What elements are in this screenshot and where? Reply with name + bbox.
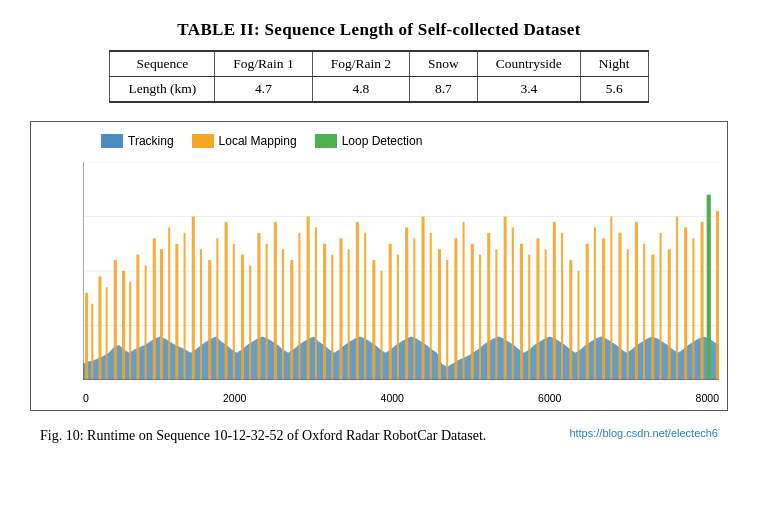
col-sequence: Sequence (110, 51, 215, 77)
svg-rect-31 (282, 249, 284, 380)
svg-rect-14 (145, 266, 147, 380)
svg-rect-23 (216, 238, 218, 380)
svg-rect-38 (339, 238, 342, 380)
chart-legend: Tracking Local Mapping Loop Detection (101, 134, 422, 148)
x-tick-0: 0 (83, 392, 89, 404)
svg-rect-6 (85, 293, 88, 380)
svg-rect-82 (701, 222, 704, 380)
svg-rect-44 (389, 244, 392, 380)
svg-rect-40 (356, 222, 359, 380)
svg-rect-36 (323, 244, 326, 380)
svg-rect-52 (454, 238, 457, 380)
svg-rect-79 (676, 217, 678, 381)
table-title: TABLE II: Sequence Length of Self-collec… (30, 20, 728, 40)
svg-rect-39 (348, 249, 350, 380)
svg-rect-47 (413, 238, 415, 380)
x-tick-2000: 2000 (223, 392, 246, 404)
table-section: TABLE II: Sequence Length of Self-collec… (30, 20, 728, 103)
svg-rect-53 (463, 222, 465, 380)
svg-rect-64 (553, 222, 556, 380)
svg-rect-72 (618, 233, 621, 380)
col-fog-rain-1: Fog/Rain 1 (215, 51, 312, 77)
table-row: Length (km) 4.7 4.8 8.7 3.4 5.6 (110, 77, 648, 103)
svg-rect-24 (225, 222, 228, 380)
svg-rect-22 (208, 260, 211, 380)
x-tick-6000: 6000 (538, 392, 561, 404)
legend-loop-detection-color (315, 134, 337, 148)
svg-rect-27 (249, 266, 251, 380)
svg-rect-10 (114, 260, 117, 380)
svg-rect-59 (512, 227, 514, 380)
svg-rect-62 (536, 238, 539, 380)
svg-rect-29 (266, 244, 268, 380)
svg-rect-75 (643, 244, 645, 380)
svg-rect-76 (651, 255, 654, 380)
svg-rect-8 (98, 276, 101, 380)
svg-rect-51 (446, 260, 448, 380)
svg-rect-70 (602, 238, 605, 380)
svg-rect-32 (290, 260, 293, 380)
col-fog-rain-2: Fog/Rain 2 (312, 51, 409, 77)
svg-rect-63 (545, 249, 547, 380)
legend-loop-detection-label: Loop Detection (342, 134, 423, 148)
svg-rect-66 (569, 260, 572, 380)
chart-section: milliseconds 0 50 100 150 200 Tracking L… (30, 121, 728, 411)
x-tick-8000: 8000 (696, 392, 719, 404)
svg-rect-45 (397, 255, 399, 380)
table-header-row: Sequence Fog/Rain 1 Fog/Rain 2 Snow Coun… (110, 51, 648, 77)
cell-night: 5.6 (580, 77, 648, 103)
svg-rect-84 (716, 211, 719, 380)
svg-rect-15 (153, 238, 156, 380)
svg-rect-50 (438, 249, 441, 380)
svg-rect-80 (684, 227, 687, 380)
chart-svg (83, 162, 719, 380)
cell-snow: 8.7 (410, 77, 478, 103)
svg-rect-34 (307, 217, 310, 381)
svg-rect-61 (528, 255, 530, 380)
legend-tracking-label: Tracking (128, 134, 174, 148)
col-night: Night (580, 51, 648, 77)
cell-countryside: 3.4 (477, 77, 580, 103)
svg-rect-67 (577, 271, 579, 380)
svg-rect-37 (331, 255, 333, 380)
cell-length-label: Length (km) (110, 77, 215, 103)
chart-container: Tracking Local Mapping Loop Detection (30, 121, 728, 411)
svg-rect-55 (479, 255, 481, 380)
col-countryside: Countryside (477, 51, 580, 77)
legend-local-mapping-label: Local Mapping (219, 134, 297, 148)
svg-rect-85 (707, 195, 711, 380)
svg-rect-48 (422, 217, 425, 381)
svg-rect-54 (471, 244, 474, 380)
svg-rect-42 (372, 260, 375, 380)
svg-rect-69 (594, 227, 596, 380)
fig-caption: https://blog.csdn.net/electech6 Fig. 10:… (30, 425, 728, 446)
svg-rect-60 (520, 244, 523, 380)
cell-fog-rain-2: 4.8 (312, 77, 409, 103)
svg-rect-41 (364, 233, 366, 380)
loop-detection-bars (707, 195, 711, 380)
svg-rect-35 (315, 227, 317, 380)
svg-rect-46 (405, 227, 408, 380)
data-table: Sequence Fog/Rain 1 Fog/Rain 2 Snow Coun… (109, 50, 648, 103)
svg-rect-7 (91, 304, 93, 380)
svg-rect-25 (233, 244, 235, 380)
watermark: https://blog.csdn.net/electech6 (569, 425, 718, 442)
svg-rect-30 (274, 222, 277, 380)
cell-fog-rain-1: 4.7 (215, 77, 312, 103)
svg-rect-18 (175, 244, 178, 380)
svg-rect-12 (129, 282, 131, 380)
svg-rect-77 (660, 233, 662, 380)
svg-rect-81 (692, 238, 694, 380)
x-axis-ticks: 0 2000 4000 6000 8000 (83, 392, 719, 404)
svg-rect-19 (184, 233, 186, 380)
svg-rect-17 (168, 227, 170, 380)
svg-rect-9 (106, 287, 108, 380)
caption-text: Fig. 10: Runtime on Sequence 10-12-32-52… (40, 428, 486, 443)
svg-rect-58 (504, 217, 507, 381)
svg-rect-16 (160, 249, 163, 380)
legend-tracking: Tracking (101, 134, 174, 148)
svg-rect-71 (610, 217, 612, 381)
svg-rect-68 (586, 244, 589, 380)
svg-rect-21 (200, 249, 202, 380)
svg-rect-65 (561, 233, 563, 380)
